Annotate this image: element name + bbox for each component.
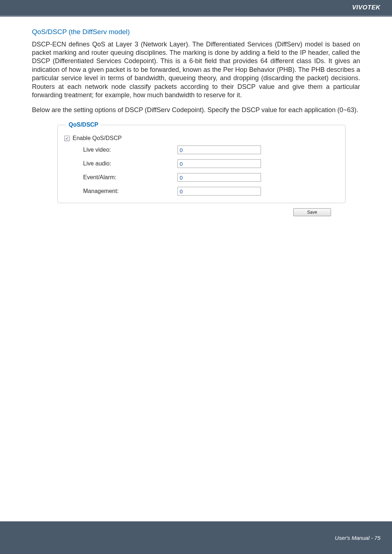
row-live-video: Live video: <box>83 145 339 154</box>
label-management: Management: <box>83 188 177 195</box>
dscp-rows: Live video: Live audio: Event/Alarm: Man… <box>83 145 339 196</box>
qos-dscp-fieldset: QoS/DSCP ✓ Enable QoS/DSCP Live video: L… <box>57 121 346 204</box>
footer-bar: User's Manual - 75 <box>0 521 392 554</box>
fieldset-legend: QoS/DSCP <box>66 121 101 129</box>
input-management[interactable] <box>177 187 261 196</box>
content-area: QoS/DSCP (the DiffServ model) DSCP-ECN d… <box>0 17 392 216</box>
section-title: QoS/DSCP (the DiffServ model) <box>32 28 360 37</box>
label-live-video: Live video: <box>83 146 177 154</box>
brand-name: VIVOTEK <box>352 4 380 11</box>
row-event-alarm: Event/Alarm: <box>83 173 339 182</box>
input-live-video[interactable] <box>177 145 261 154</box>
enable-qos-row[interactable]: ✓ Enable QoS/DSCP <box>64 135 339 142</box>
save-row: Save <box>57 208 331 216</box>
paragraph-1: DSCP-ECN defines QoS at Layer 3 (Network… <box>32 40 360 100</box>
header-bar: VIVOTEK <box>0 0 392 15</box>
input-event-alarm[interactable] <box>177 173 261 182</box>
paragraph-2: Below are the setting options of DSCP (D… <box>32 106 360 114</box>
save-button[interactable]: Save <box>293 208 331 216</box>
input-live-audio[interactable] <box>177 159 261 168</box>
label-live-audio: Live audio: <box>83 160 177 168</box>
label-event-alarm: Event/Alarm: <box>83 174 177 181</box>
enable-qos-label: Enable QoS/DSCP <box>73 135 122 142</box>
enable-qos-checkbox[interactable]: ✓ <box>64 136 70 141</box>
row-management: Management: <box>83 187 339 196</box>
footer-text: User's Manual - 75 <box>335 535 380 541</box>
row-live-audio: Live audio: <box>83 159 339 168</box>
